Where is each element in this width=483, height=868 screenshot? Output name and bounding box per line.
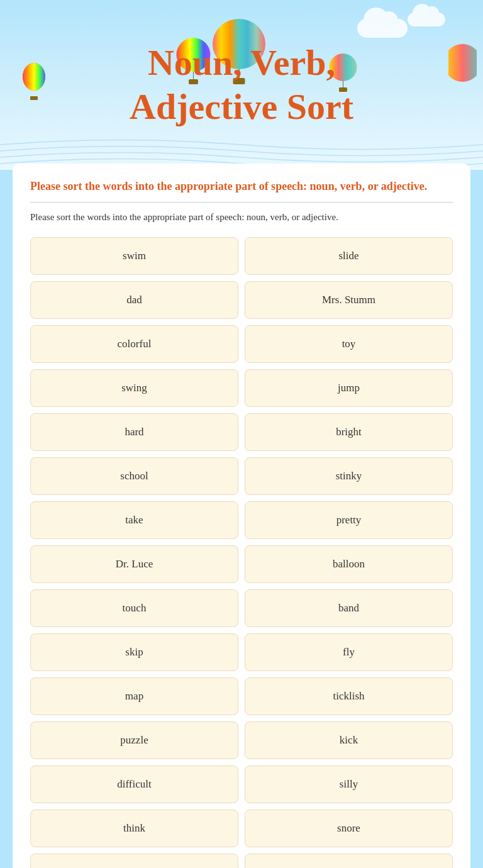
word-grid: swimslidedadMrs. Stummcolorfultoyswingju… [30, 237, 453, 868]
svg-rect-2 [30, 96, 38, 100]
word-card[interactable]: balloon [245, 545, 453, 583]
page-title: Noun, Verb, Adjective Sort [130, 41, 353, 128]
word-card[interactable]: Dr. Luce [30, 545, 238, 583]
word-card[interactable]: touch [30, 589, 238, 627]
svg-point-12 [448, 44, 477, 82]
balloon-far-left [22, 63, 46, 103]
word-card[interactable]: dad [30, 281, 238, 319]
svg-point-1 [23, 63, 45, 91]
header: Noun, Verb, Adjective Sort [0, 0, 483, 170]
word-card[interactable]: swim [30, 237, 238, 275]
word-card[interactable]: silly [245, 765, 453, 803]
word-card[interactable]: stinky [245, 457, 453, 495]
content-area: Please sort the words into the appropria… [13, 164, 470, 868]
word-card[interactable]: difficult [30, 765, 238, 803]
word-card[interactable]: kick [245, 721, 453, 759]
word-card[interactable]: toy [245, 325, 453, 363]
word-card[interactable]: map [30, 677, 238, 715]
word-card[interactable]: pretty [245, 501, 453, 539]
word-card[interactable]: colorful [30, 325, 238, 363]
word-card[interactable]: band [245, 589, 453, 627]
cloud-decoration-1 [357, 19, 408, 38]
word-card[interactable]: school [30, 457, 238, 495]
word-card[interactable]: snore [245, 810, 453, 847]
instruction-body: Please sort the words into the appropria… [30, 210, 453, 225]
instruction-title: Please sort the words into the appropria… [30, 179, 453, 203]
word-card[interactable]: think [30, 810, 238, 847]
word-card[interactable]: hard [30, 413, 238, 451]
word-card[interactable]: ticklish [245, 677, 453, 715]
word-card[interactable]: sleep [245, 854, 453, 868]
word-card[interactable]: swing [30, 369, 238, 407]
word-card[interactable]: Mrs. Stumm [245, 281, 453, 319]
word-card[interactable]: fly [245, 633, 453, 671]
word-card[interactable]: orange [30, 854, 238, 868]
word-card[interactable]: skip [30, 633, 238, 671]
word-card[interactable]: bright [245, 413, 453, 451]
word-card[interactable]: puzzle [30, 721, 238, 759]
balloon-far-right [448, 44, 477, 91]
word-card[interactable]: jump [245, 369, 453, 407]
word-card[interactable]: slide [245, 237, 453, 275]
word-card[interactable]: take [30, 501, 238, 539]
cloud-decoration-2 [408, 13, 445, 26]
